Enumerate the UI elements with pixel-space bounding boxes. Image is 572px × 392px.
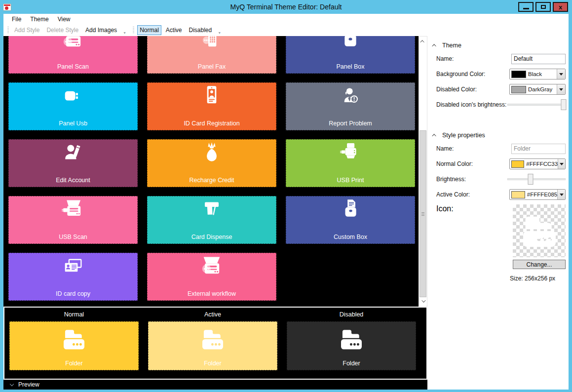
normal-color-label: Normal Color:: [436, 160, 473, 167]
slider-track[interactable]: [507, 178, 566, 180]
scroll-down-button[interactable]: [419, 297, 427, 305]
tile-report-problem[interactable]: Report Problem: [286, 82, 415, 130]
style-section-title: Style properties: [442, 132, 485, 139]
usb-scanner-icon: [59, 198, 87, 226]
disabled-brightness-slider[interactable]: [507, 99, 566, 110]
tile-id-card-copy[interactable]: ID card copy: [8, 253, 138, 301]
style-section-header[interactable]: Style properties: [436, 132, 566, 139]
folder-tile-active[interactable]: Folder: [148, 321, 277, 370]
background-color-label: Background Color:: [436, 71, 485, 78]
usb-printer-icon: [337, 142, 364, 169]
state-header-disabled: Disabled: [287, 311, 416, 318]
tile-external-workflow[interactable]: External workflow: [147, 253, 276, 301]
tile-id-card-registration[interactable]: ID Card Registration: [147, 82, 276, 130]
money-bag-icon: [198, 142, 226, 169]
maximize-button[interactable]: [535, 2, 551, 12]
dropdown-button[interactable]: [557, 84, 565, 94]
scrollbar-thumb[interactable]: [419, 130, 426, 297]
menu-theme[interactable]: Theme: [26, 15, 53, 24]
toolbar-grip[interactable]: [133, 27, 134, 34]
tile-recharge-credit[interactable]: Recharge Credit: [147, 139, 276, 187]
color-swatch: [511, 191, 525, 198]
dropdown-button[interactable]: [558, 159, 565, 169]
icon-size-text: Size: 256x256 px: [510, 275, 566, 282]
state-active-button[interactable]: Active: [163, 25, 185, 35]
state-header-normal: Normal: [9, 311, 139, 318]
add-images-button[interactable]: Add Images: [83, 25, 119, 35]
delete-style-button[interactable]: Delete Style: [44, 25, 81, 35]
disabled-color-value: DarkGray: [528, 86, 557, 92]
toolbar-overflow-button[interactable]: ▾: [121, 25, 128, 35]
minimize-button[interactable]: [518, 2, 534, 12]
tile-label: ID card copy: [9, 290, 137, 297]
toolbar: Add Style Delete Style Add Images ▾ Norm…: [3, 24, 569, 36]
scrollbar-grip-icon: [421, 212, 424, 216]
style-state-preview-panel: Normal Active Disabled Folder: [3, 307, 427, 380]
menu-view[interactable]: View: [53, 15, 75, 24]
disabled-color-label: Disabled Color:: [436, 86, 477, 93]
color-swatch: [511, 160, 524, 168]
maximize-icon: [541, 5, 546, 9]
close-icon: x: [559, 4, 562, 10]
properties-panel: Theme Name: Background Color: Black Disa…: [427, 36, 569, 390]
tile-label: Panel Box: [286, 63, 415, 70]
chevron-down-icon: [560, 163, 564, 165]
color-swatch: [511, 71, 526, 78]
menubar: File Theme View: [3, 14, 569, 24]
preview-label: Preview: [18, 381, 39, 388]
theme-section-header[interactable]: Theme: [436, 42, 566, 49]
window-title: MyQ Terminal Theme Editor: Default: [0, 3, 572, 11]
disabled-color-dropdown[interactable]: DarkGray: [509, 84, 566, 95]
brightness-slider[interactable]: [507, 174, 566, 185]
theme-name-input[interactable]: [511, 54, 566, 64]
app-window: MyQ Terminal Theme Editor: Default x Fil…: [0, 0, 572, 392]
slider-track[interactable]: [507, 104, 566, 106]
vertical-scrollbar[interactable]: [419, 36, 427, 307]
normal-color-dropdown[interactable]: #FFFFCC33: [509, 158, 566, 169]
state-disabled-button[interactable]: Disabled: [186, 25, 214, 35]
dropdown-button[interactable]: [557, 190, 565, 199]
tile-label: External workflow: [148, 290, 276, 297]
state-normal-button[interactable]: Normal: [137, 25, 161, 35]
tile-usb-print[interactable]: USB Print: [286, 139, 415, 187]
folder-icon: [517, 209, 562, 253]
tile-panel-scan[interactable]: Panel Scan: [8, 36, 138, 74]
box-icon: [337, 36, 364, 56]
background-color-value: Black: [528, 71, 557, 77]
chevron-up-icon: [432, 44, 436, 48]
tile-panel-fax[interactable]: Panel Fax: [147, 36, 276, 74]
active-color-dropdown[interactable]: #FFFFE085: [509, 189, 566, 200]
icon-transparency-preview: [513, 204, 566, 257]
color-swatch: [511, 86, 526, 93]
style-name-input[interactable]: [511, 144, 566, 154]
tile-panel-box[interactable]: Panel Box: [286, 36, 415, 74]
scanner-bubble-icon: [198, 255, 226, 283]
toolbar-grip[interactable]: [7, 27, 9, 34]
chevron-down-icon: [559, 88, 563, 91]
toolbar-overflow-button[interactable]: ▾: [216, 25, 223, 35]
close-button[interactable]: x: [553, 2, 568, 12]
tile-custom-box[interactable]: Custom Box: [286, 196, 415, 244]
state-header-active: Active: [148, 311, 277, 318]
tile-label: USB Print: [286, 177, 415, 184]
folder-tile-normal[interactable]: Folder: [9, 321, 139, 370]
tile-label: Panel Scan: [9, 63, 137, 70]
scanner-bubble-icon: [59, 36, 87, 56]
add-style-button[interactable]: Add Style: [12, 25, 42, 35]
tile-label: Folder: [149, 360, 277, 367]
scroll-up-button[interactable]: [419, 38, 427, 45]
change-icon-button[interactable]: Change...: [513, 260, 566, 269]
background-color-dropdown[interactable]: Black: [509, 69, 566, 79]
preview-expander[interactable]: Preview: [3, 380, 427, 390]
tile-panel-usb[interactable]: Panel Usb: [8, 82, 138, 130]
slider-thumb[interactable]: [561, 99, 567, 110]
tile-card-dispense[interactable]: Card Dispense: [147, 196, 276, 244]
tile-edit-account[interactable]: Edit Account: [8, 139, 138, 187]
tile-usb-scan[interactable]: USB Scan: [8, 196, 138, 244]
folder-tile-disabled[interactable]: Folder: [287, 321, 416, 370]
tile-label: Folder: [287, 360, 416, 367]
slider-thumb[interactable]: [528, 174, 534, 185]
document-box-icon: [337, 198, 364, 226]
dropdown-button[interactable]: [557, 69, 565, 79]
menu-file[interactable]: File: [7, 15, 26, 24]
